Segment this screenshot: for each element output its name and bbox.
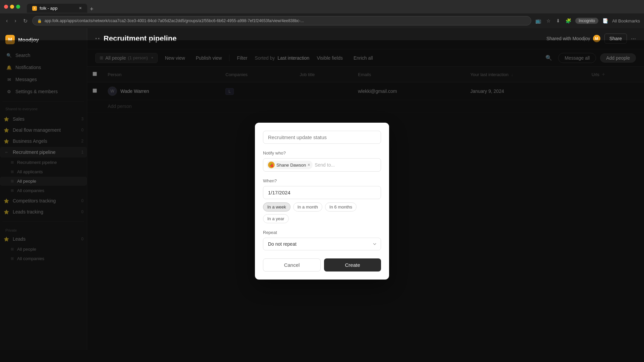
lock-icon: 🔒 [37, 19, 42, 23]
browser-nav: ‹ › ↻ 🔒 app.folk.app/apps/contacts/netwo… [0, 13, 644, 28]
new-tab-btn[interactable]: + [87, 6, 96, 13]
dialog-title-input[interactable] [263, 131, 381, 144]
bookmark-icon[interactable]: ☆ [545, 17, 552, 25]
incognito-badge: Incognito [575, 18, 598, 24]
in-a-week-button[interactable]: In a week [263, 202, 290, 212]
cancel-button[interactable]: Cancel [263, 258, 321, 272]
window-close-btn[interactable] [4, 5, 8, 9]
forward-btn[interactable]: › [12, 16, 18, 25]
tab-close-btn[interactable]: ✕ [79, 6, 82, 10]
in-a-year-button[interactable]: In a year [263, 214, 289, 223]
incognito-label: Incognito [579, 18, 595, 23]
quick-options: In a week In a month In 6 months In a ye… [263, 202, 381, 223]
notify-person-name: Shane Dawson [276, 163, 306, 168]
back-btn[interactable]: ‹ [4, 16, 10, 25]
repeat-select[interactable]: Do not repeat Daily Weekly Monthly Yearl… [263, 238, 381, 250]
notify-label: Notify who? [263, 150, 381, 156]
browser-titlebar: f folk - app ✕ + [0, 0, 644, 13]
create-button[interactable]: Create [324, 258, 381, 272]
browser-tabs: f folk - app ✕ + [23, 1, 100, 13]
dialog-overlay: Notify who? 🍓 Shane Dawson × Send to... … [0, 40, 644, 362]
in-6-months-button[interactable]: In 6 months [325, 202, 357, 212]
address-bar[interactable]: 🔒 app.folk.app/apps/contacts/network/cca… [32, 16, 532, 25]
bookmarks-panel-icon[interactable]: 📑 [601, 17, 609, 25]
download-icon[interactable]: ⬇ [555, 17, 561, 25]
when-label: When? [263, 178, 381, 183]
when-input[interactable] [263, 186, 381, 199]
notify-tag: 🍓 Shane Dawson × [267, 161, 313, 169]
dialog-actions: Cancel Create [263, 258, 381, 272]
remove-tag-button[interactable]: × [308, 163, 310, 167]
window-controls [4, 5, 20, 9]
tab-label: folk - app [40, 6, 57, 11]
browser-chrome: f folk - app ✕ + ‹ › ↻ 🔒 app.folk.app/ap… [0, 0, 644, 28]
in-a-month-button[interactable]: In a month [293, 202, 322, 212]
extensions-icon[interactable]: 🧩 [564, 17, 573, 25]
active-tab[interactable]: f folk - app ✕ [27, 4, 87, 13]
tab-favicon: f [32, 6, 37, 11]
window-maximize-btn[interactable] [16, 5, 20, 9]
cast-icon[interactable]: 📺 [534, 17, 542, 25]
all-bookmarks-label: All Bookmarks [612, 18, 640, 23]
send-to-placeholder: Send to... [315, 162, 335, 168]
address-text: app.folk.app/apps/contacts/network/ccaa7… [45, 18, 527, 23]
reload-btn[interactable]: ↻ [21, 16, 30, 25]
repeat-label: Repeat [263, 230, 381, 235]
nav-icons: 📺 ☆ ⬇ 🧩 Incognito 📑 All Bookmarks [534, 17, 640, 25]
window-minimize-btn[interactable] [10, 5, 14, 9]
reminder-dialog: Notify who? 🍓 Shane Dawson × Send to... … [255, 123, 389, 280]
notify-field[interactable]: 🍓 Shane Dawson × Send to... [263, 158, 381, 172]
tag-avatar: 🍓 [268, 162, 275, 168]
